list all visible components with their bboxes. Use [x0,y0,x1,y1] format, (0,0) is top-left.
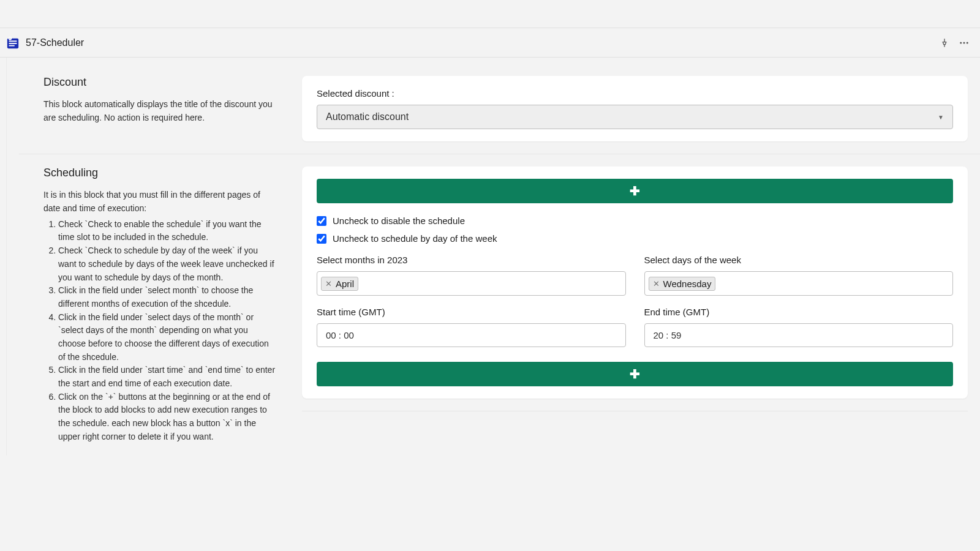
end-time-label: End time (GMT) [644,307,954,317]
start-time-label: Start time (GMT) [317,307,626,317]
month-tag: ✕ April [321,277,358,291]
step-item: Check `Check to schedule by day of the w… [58,244,277,284]
scheduling-title: Scheduling [43,167,277,179]
svg-point-7 [967,42,968,43]
add-range-top-button[interactable]: ✚ [317,179,953,203]
svg-rect-3 [9,45,15,46]
plus-icon: ✚ [630,367,640,381]
app-title: 57-Scheduler [26,37,84,48]
svg-point-6 [963,42,965,43]
svg-point-4 [9,36,12,39]
selected-discount-dropdown[interactable]: Automatic discount ▼ [317,105,953,129]
step-item: Click in the field under `start time` an… [58,364,277,390]
discount-title: Discount [43,76,277,89]
app-header: 57-Scheduler [0,28,980,58]
step-item: Check `Check to enable the schedule` if … [58,218,277,244]
scheduling-intro: It is in this block that you must fill i… [43,188,277,216]
main-content: Discount This block automatically displa… [6,58,980,455]
dropdown-caret-icon: ▼ [938,114,944,121]
svg-rect-1 [9,40,17,42]
add-range-bottom-button[interactable]: ✚ [317,362,953,386]
scheduling-info: Scheduling It is in this block that you … [19,167,302,443]
step-item: Click in the field under `select month` … [58,284,277,310]
schedule-by-day-checkbox[interactable] [317,234,326,244]
discount-section: Discount This block automatically displa… [19,76,980,154]
more-button[interactable] [954,33,974,53]
start-time-input[interactable] [317,323,626,347]
selected-discount-value: Automatic discount [326,111,409,122]
days-tag-input[interactable]: ✕ Wednesday [644,271,954,296]
remove-tag-icon[interactable]: ✕ [652,279,661,288]
discount-info: Discount This block automatically displa… [19,76,302,125]
enable-schedule-label: Uncheck to disable the schedule [333,216,465,226]
selected-discount-label: Selected discount : [317,88,953,99]
schedule-by-day-label: Uncheck to schedule by day of the week [333,233,497,244]
app-icon [6,36,20,50]
scheduling-section: Scheduling It is in this block that you … [19,167,980,455]
scheduling-steps: Check `Check to enable the schedule` if … [43,218,277,444]
step-item: Click in the field under `select days of… [58,311,277,364]
svg-point-5 [960,42,962,43]
plus-icon: ✚ [630,184,640,198]
enable-schedule-checkbox[interactable] [317,216,326,226]
months-tag-input[interactable]: ✕ April [317,271,626,296]
end-time-input[interactable] [644,323,954,347]
pin-button[interactable] [935,33,954,53]
scheduling-card: ✚ Uncheck to disable the schedule Unchec… [302,167,968,399]
months-label: Select months in 2023 [317,255,626,265]
step-item: Click on the `+` buttons at the beginnin… [58,391,277,444]
remove-tag-icon[interactable]: ✕ [324,279,333,288]
days-label: Select days of the week [644,255,954,265]
day-tag-text: Wednesday [663,279,712,289]
discount-description: This block automatically displays the ti… [43,97,277,125]
svg-rect-2 [9,43,17,44]
top-blank-bar [0,0,980,28]
day-tag: ✕ Wednesday [649,277,716,291]
discount-card: Selected discount : Automatic discount ▼ [302,76,968,141]
month-tag-text: April [336,279,354,289]
